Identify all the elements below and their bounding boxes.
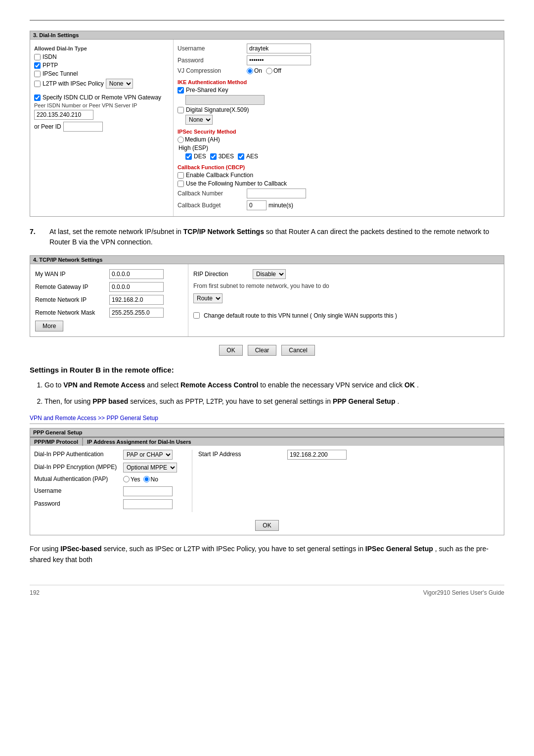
- use-following-checkbox[interactable]: [178, 181, 184, 187]
- page-number: 192: [30, 589, 40, 596]
- change-default-label: Change default route to this VPN tunnel …: [204, 312, 397, 319]
- step1-text: Go to: [44, 381, 63, 389]
- ppp-ok-button[interactable]: OK: [255, 520, 278, 531]
- peer-ip-input[interactable]: [34, 110, 93, 120]
- tcpip-panel: 4. TCP/IP Network Settings My WAN IP Rem…: [30, 255, 504, 337]
- mutual-no-radio[interactable]: [143, 476, 150, 482]
- username-label: Username: [178, 45, 247, 52]
- aes-checkbox[interactable]: [238, 153, 244, 160]
- l2tp-policy-select[interactable]: None: [106, 79, 133, 89]
- isdn-checkbox[interactable]: [34, 54, 41, 60]
- ip-assign-title: IP Address Assignment for Dial-In Users: [83, 438, 504, 446]
- ipsec-security-title: IPSec Security Method: [178, 129, 500, 135]
- step2-item: Then, for using PPP based services, such…: [44, 396, 504, 407]
- dial-in-mppe-row: Dial-In PPP Encryption (MPPE) Optional M…: [34, 463, 186, 472]
- specify-label: Specify ISDN CLID or Remote VPN Gateway: [43, 94, 161, 101]
- rip-direction-select[interactable]: Disable: [253, 269, 286, 279]
- callback-number-input[interactable]: [247, 189, 306, 198]
- callback-budget-input[interactable]: [247, 200, 267, 210]
- dial-in-ppp-select[interactable]: PAP or CHAP PAP Only CHAP Only: [123, 450, 173, 460]
- dial-in-panel: [30, 20, 504, 21]
- step2-text: Then, for using: [44, 397, 92, 405]
- mutual-yes-radio[interactable]: [123, 476, 130, 482]
- cancel-button[interactable]: Cancel: [281, 345, 314, 356]
- settings-heading: Settings in Router B in the remote offic…: [30, 366, 504, 374]
- step1-bold3: OK: [404, 381, 415, 389]
- my-wan-ip-input[interactable]: [109, 269, 164, 279]
- digital-sig-row: Digital Signature(X.509): [178, 106, 500, 113]
- callback-number-row: Callback Number: [178, 189, 500, 198]
- vj-off-label: Off: [273, 67, 281, 74]
- remote-gw-row: Remote Gateway IP: [35, 282, 183, 292]
- pre-shared-key-row: Pre-Shared Key: [178, 87, 500, 94]
- start-ip-row: Start IP Address: [198, 450, 500, 460]
- clear-button[interactable]: Clear: [248, 345, 277, 356]
- ppp-ok-row: OK: [30, 516, 504, 535]
- step7-bold: TCP/IP Network Settings: [183, 228, 264, 236]
- dial-in-mppe-label: Dial-In PPP Encryption (MPPE): [34, 464, 123, 472]
- ppp-panel-title: PPP General Setup: [30, 428, 504, 437]
- ppp-section-bar: PPP/MP Protocol IP Address Assignment fo…: [30, 437, 504, 446]
- peer-id-input[interactable]: [63, 122, 103, 132]
- tcpip-left: My WAN IP Remote Gateway IP Remote Netwo…: [30, 264, 188, 336]
- enable-cbcp-checkbox[interactable]: [178, 172, 184, 179]
- rip-direction-label: RIP Direction: [193, 271, 253, 278]
- step7-number: 7.: [30, 227, 49, 247]
- mutual-yes-label: Yes: [131, 476, 140, 483]
- cbcp-title: Callback Function (CBCP): [178, 164, 500, 170]
- pptp-label: PPTP: [43, 62, 58, 69]
- ppp-body: Dial-In PPP Authentication PAP or CHAP P…: [30, 446, 504, 516]
- aes-label: AES: [246, 153, 258, 160]
- ike-pre-shared-input: [185, 95, 265, 105]
- none-select[interactable]: None: [185, 115, 213, 125]
- dial-in-mppe-select[interactable]: Optional MPPE Require MPPE No MPPE: [123, 463, 177, 472]
- step1-end: to enable the necessary VPN service and …: [260, 381, 404, 389]
- password-input[interactable]: [247, 55, 311, 65]
- username-input[interactable]: [247, 44, 311, 53]
- digital-sig-checkbox[interactable]: [178, 107, 184, 113]
- medium-ah-radio[interactable]: [178, 137, 184, 143]
- dial-in-right: Username Password VJ Compression On Off …: [174, 40, 504, 216]
- mutual-no-label: No: [151, 476, 158, 483]
- vj-off-radio[interactable]: [266, 68, 272, 74]
- specify-checkbox[interactable]: [34, 94, 41, 101]
- dial-in-ppp-row: Dial-In PPP Authentication PAP or CHAP P…: [34, 450, 186, 460]
- ppp-username-input[interactable]: [123, 486, 173, 496]
- l2tp-checkbox[interactable]: [34, 81, 41, 87]
- mutual-auth-label: Mutual Authentication (PAP): [34, 475, 123, 483]
- more-button[interactable]: More: [35, 321, 63, 331]
- action-buttons-row: OK Clear Cancel: [30, 345, 504, 356]
- step1-period: .: [417, 381, 419, 389]
- ppp-username-label: Username: [34, 487, 123, 495]
- route-select[interactable]: Route: [193, 293, 222, 303]
- high-esp-label: High (ESP): [178, 144, 208, 151]
- remote-net-input[interactable]: [109, 295, 164, 305]
- change-default-checkbox[interactable]: [193, 312, 200, 319]
- ok-button[interactable]: OK: [219, 345, 242, 356]
- step7-paragraph: 7. At last, set the remote network IP/su…: [30, 227, 504, 247]
- dial-in-title: 3. Dial-In Settings: [30, 31, 504, 40]
- callback-number-label: Callback Number: [178, 190, 247, 197]
- step1-mid: and select: [147, 381, 180, 389]
- tcpip-right: RIP Direction Disable From first subnet …: [188, 264, 504, 336]
- ipsec-checkbox[interactable]: [34, 71, 41, 77]
- remote-mask-input[interactable]: [109, 308, 164, 318]
- or-peer-id-label: or Peer ID: [34, 123, 61, 130]
- ppp-password-input[interactable]: [123, 499, 173, 509]
- pptp-checkbox[interactable]: [34, 62, 41, 69]
- vj-on-radio[interactable]: [247, 68, 253, 74]
- high-esp-row: High (ESP): [178, 144, 500, 151]
- rip-direction-row: RIP Direction Disable: [193, 269, 499, 279]
- des-checkbox[interactable]: [185, 153, 192, 160]
- start-ip-input[interactable]: [287, 450, 347, 460]
- triple-des-checkbox[interactable]: [210, 153, 217, 160]
- use-following-label: Use the Following Number to Callback: [186, 180, 287, 187]
- final-paragraph: For using IPSec-based service, such as I…: [30, 543, 504, 566]
- ppp-mp-title: PPP/MP Protocol: [30, 438, 83, 446]
- route-row: Route: [193, 293, 499, 303]
- step2-bold1: PPP based: [92, 397, 128, 405]
- l2tp-row: L2TP with IPSec Policy None: [34, 79, 169, 89]
- change-default-row: Change default route to this VPN tunnel …: [193, 312, 499, 319]
- remote-gw-input[interactable]: [109, 282, 164, 292]
- pre-shared-key-checkbox[interactable]: [178, 87, 184, 94]
